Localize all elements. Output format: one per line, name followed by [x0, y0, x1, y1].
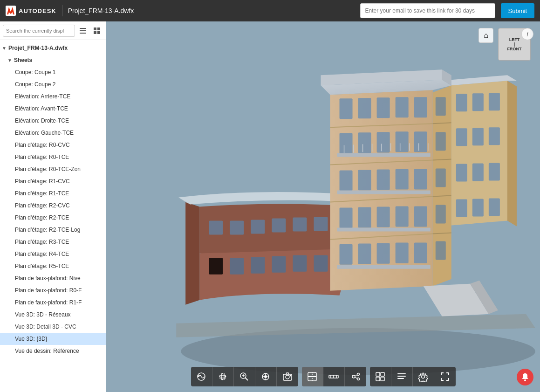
svg-rect-36	[340, 133, 353, 153]
svg-rect-5	[97, 28, 100, 30]
svg-rect-85	[472, 199, 484, 216]
svg-rect-115	[376, 377, 380, 381]
properties-button[interactable]	[391, 367, 413, 386]
tree-item[interactable]: Plan de faux-plafond: R0-F	[0, 284, 106, 296]
viewport[interactable]: ⌂ LEFT|FRONT i	[106, 21, 540, 392]
bottom-toolbar	[191, 367, 456, 386]
model-browser-button[interactable]	[345, 367, 366, 386]
info-icon: i	[527, 31, 528, 38]
info-button[interactable]: i	[521, 28, 533, 40]
svg-rect-45	[414, 169, 427, 189]
header: AUTODESK Projet_FRM-13-A.dwfx Submit	[0, 0, 540, 21]
tree-item[interactable]: Plan de faux-plafond: Nive	[0, 272, 106, 284]
group-label: Sheets	[14, 57, 32, 63]
svg-rect-64	[337, 265, 431, 269]
svg-rect-76	[472, 93, 484, 111]
email-input[interactable]	[360, 3, 495, 18]
svg-rect-47	[358, 207, 371, 228]
home-button[interactable]: ⌂	[478, 28, 493, 43]
tree-group-sheets[interactable]: ▼ Sheets	[0, 54, 106, 66]
svg-rect-41	[340, 170, 353, 191]
logo-text: AUTODESK	[19, 7, 56, 14]
tree-item[interactable]: Plan d'étage: R5-TCE	[0, 260, 106, 272]
tree-item[interactable]: Elévation: Gauche-TCE	[0, 127, 106, 139]
svg-rect-53	[377, 243, 390, 264]
toolbar-separator-1	[299, 367, 301, 386]
tree-item[interactable]: Plan d'étage: R0-CVC	[0, 139, 106, 151]
autodesk-logo: AUTODESK	[6, 6, 56, 16]
tree-item[interactable]: Plan d'étage: R4-TCE	[0, 248, 106, 260]
measure-icon	[328, 371, 339, 382]
svg-rect-79	[472, 128, 484, 145]
svg-point-121	[524, 379, 526, 381]
svg-rect-4	[94, 28, 96, 30]
tree-root[interactable]: ▼ Projet_FRM-13-A.dwfx	[0, 42, 106, 54]
svg-rect-40	[414, 131, 427, 152]
tree-item[interactable]: Plan d'étage: R2-TCE-Log	[0, 224, 106, 236]
focal-point-icon	[260, 371, 271, 382]
svg-rect-19	[272, 256, 286, 273]
svg-rect-20	[293, 255, 307, 272]
tree-item[interactable]: Elévation: Arriere-TCE	[0, 90, 106, 103]
root-arrow: ▼	[2, 46, 7, 51]
svg-rect-44	[396, 169, 409, 189]
svg-rect-75	[456, 94, 467, 111]
svg-rect-14	[314, 217, 328, 231]
svg-rect-54	[396, 243, 409, 263]
tree-item[interactable]: Plan d'étage: R2-TCE	[0, 212, 106, 224]
tree-item[interactable]: Elévation: Avant-TCE	[0, 103, 106, 115]
toolbar-group-tools	[302, 367, 366, 386]
svg-rect-43	[377, 169, 390, 190]
tree-item[interactable]: Elévation: Droite-TCE	[0, 115, 106, 127]
svg-rect-113	[376, 372, 380, 376]
svg-rect-56	[436, 97, 446, 116]
fullscreen-button[interactable]	[434, 367, 456, 386]
tree-item[interactable]: Plan d'étage: R3-TCE	[0, 236, 106, 248]
svg-rect-58	[436, 168, 446, 187]
focal-point-button[interactable]	[255, 367, 277, 386]
svg-line-89	[246, 378, 248, 381]
list-view-button[interactable]	[77, 25, 89, 37]
svg-rect-81	[456, 164, 467, 181]
tree-item[interactable]: Plan de faux-plafond: R1-F	[0, 296, 106, 309]
measure-button[interactable]	[323, 367, 345, 386]
list-icon	[79, 27, 87, 34]
notification-icon	[520, 372, 530, 382]
sidebar-toolbar	[0, 21, 106, 40]
zoom-button[interactable]	[234, 367, 255, 386]
tree-item[interactable]: Vue 3D: {3D}	[0, 333, 106, 345]
tree-item[interactable]: Plan d'étage: R1-CVC	[0, 175, 106, 187]
svg-rect-61	[337, 153, 431, 157]
svg-point-109	[357, 373, 359, 376]
section-button[interactable]	[302, 367, 323, 386]
tree-item[interactable]: Plan d'étage: R1-TCE	[0, 187, 106, 199]
orbit-button[interactable]	[191, 367, 212, 386]
svg-rect-42	[358, 170, 371, 190]
svg-rect-38	[377, 132, 390, 152]
tree-item[interactable]: Vue de dessin: Référence	[0, 345, 106, 357]
tree-item[interactable]: Plan d'étage: R0-TCE	[0, 151, 106, 163]
submit-button[interactable]: Submit	[501, 3, 534, 18]
toolbar-group-view	[370, 367, 456, 386]
camera-button[interactable]	[277, 367, 298, 386]
svg-rect-12	[272, 219, 286, 233]
svg-rect-3	[80, 33, 86, 34]
settings-button[interactable]	[413, 367, 434, 386]
svg-rect-62	[337, 190, 431, 194]
tree-item[interactable]: Plan d'étage: R2-CVC	[0, 199, 106, 212]
svg-rect-11	[251, 220, 265, 234]
root-label: Projet_FRM-13-A.dwfx	[8, 45, 68, 51]
notification-button[interactable]	[517, 369, 533, 385]
building-model	[106, 21, 540, 392]
tree-item[interactable]: Plan d'étage: R0-TCE-Zon	[0, 163, 106, 175]
pan-button[interactable]	[212, 367, 234, 386]
explode-button[interactable]	[370, 367, 391, 386]
grid-view-button[interactable]	[91, 25, 103, 37]
svg-rect-51	[340, 244, 353, 265]
tree-item[interactable]: Vue 3D: 3D - Réseaux	[0, 309, 106, 321]
tree-item[interactable]: Vue 3D: Detail 3D - CVC	[0, 321, 106, 333]
svg-point-92	[264, 375, 267, 378]
search-input[interactable]	[3, 25, 75, 37]
tree-item[interactable]: Coupe: Coupe 1	[0, 66, 106, 78]
tree-item[interactable]: Coupe: Coupe 2	[0, 78, 106, 90]
